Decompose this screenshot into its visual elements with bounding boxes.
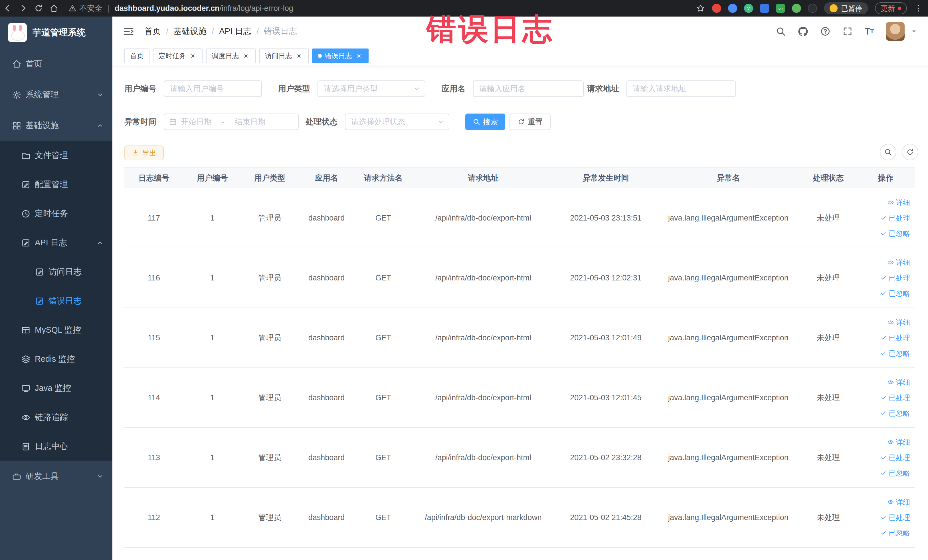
doc-icon: [21, 442, 35, 451]
sidebar-item-redis[interactable]: Redis 监控: [0, 345, 112, 374]
address-bar[interactable]: 不安全 | dashboard.yudao.iocoder.cn/infra/l…: [69, 3, 293, 14]
close-icon[interactable]: ×: [355, 52, 363, 60]
processed-link[interactable]: 已处理: [880, 391, 910, 404]
reload-icon[interactable]: [31, 0, 46, 17]
request-url-input[interactable]: [627, 81, 736, 96]
detail-link[interactable]: 详细: [887, 375, 910, 389]
help-icon[interactable]: [820, 26, 830, 37]
breadcrumb-item[interactable]: API 日志: [219, 26, 251, 37]
tab-首页[interactable]: 首页: [124, 49, 150, 63]
check-icon: [880, 334, 887, 341]
cell-user_id: 1: [183, 248, 241, 308]
bookmark-star-icon[interactable]: [696, 4, 705, 13]
detail-link[interactable]: 详细: [887, 256, 910, 269]
cell-method: GET: [355, 488, 412, 548]
column-header: 应用名: [298, 168, 355, 188]
detail-link[interactable]: 详细: [887, 316, 910, 329]
sidebar-item-job[interactable]: 定时任务: [0, 199, 112, 228]
sidebar-item-mysql[interactable]: MySQL 监控: [0, 316, 112, 345]
close-icon[interactable]: ×: [242, 52, 250, 60]
processed-link[interactable]: 已处理: [880, 211, 910, 225]
processed-link[interactable]: 已处理: [880, 331, 910, 345]
extension-icon[interactable]: on: [776, 4, 785, 13]
extension-icon[interactable]: V: [744, 4, 753, 13]
ignored-link[interactable]: 已忽略: [880, 526, 910, 540]
briefcase-icon: [12, 472, 26, 481]
sidebar-logo[interactable]: 芋道管理系统: [0, 17, 112, 49]
search-button[interactable]: 搜索: [465, 113, 505, 130]
table-row: 1141管理员dashboardGET/api/infra/db-doc/exp…: [124, 368, 914, 428]
check-icon: [880, 215, 887, 221]
ignored-link[interactable]: 已忽略: [880, 466, 910, 480]
tab-访问日志[interactable]: 访问日志×: [259, 49, 309, 63]
sidebar-item-log-center[interactable]: 日志中心: [0, 432, 112, 461]
back-icon[interactable]: [0, 0, 15, 17]
extension-icon[interactable]: [760, 4, 769, 13]
extension-icon[interactable]: [728, 4, 737, 13]
tab-错误日志[interactable]: 错误日志×: [312, 49, 369, 63]
cell-actions: 详细已处理已忽略: [857, 308, 914, 368]
user-type-select[interactable]: 请选择用户类型: [317, 81, 425, 97]
security-label: 不安全: [79, 3, 102, 14]
sidebar-item-error-log[interactable]: 错误日志: [0, 287, 112, 316]
home-icon[interactable]: [46, 0, 62, 17]
extension-icon[interactable]: [792, 4, 801, 13]
export-button[interactable]: 导出: [124, 145, 164, 160]
cell-time: 2021-05-02 21:45:28: [555, 488, 657, 548]
browser-menu-icon[interactable]: [914, 4, 923, 13]
cell-status: 未处理: [800, 248, 857, 308]
sidebar-item-file[interactable]: 文件管理: [0, 141, 112, 170]
ignored-link[interactable]: 已忽略: [880, 406, 910, 420]
cell-method: GET: [355, 428, 412, 488]
extension-icon[interactable]: [712, 4, 721, 13]
gear-icon: [12, 90, 26, 99]
date-range-picker[interactable]: 开始日期 - 结束日期: [164, 113, 299, 130]
chevron-down-icon[interactable]: [910, 27, 918, 35]
processed-link[interactable]: 已处理: [880, 451, 910, 464]
reset-button[interactable]: 重置: [510, 113, 551, 130]
warning-icon: [69, 4, 76, 12]
forward-icon[interactable]: [15, 0, 31, 17]
breadcrumb-item[interactable]: 基础设施: [174, 26, 206, 37]
toggle-search-button[interactable]: [880, 144, 896, 160]
app-name-input[interactable]: [473, 81, 583, 96]
tab-定时任务[interactable]: 定时任务×: [153, 49, 203, 63]
sidebar-item-access-log[interactable]: 访问日志: [0, 257, 112, 287]
sidebar-item-infra[interactable]: 基础设施: [0, 110, 112, 141]
sidebar-item-trace[interactable]: 链路追踪: [0, 403, 112, 432]
sidebar-item-home[interactable]: 首页: [0, 49, 112, 79]
sidebar-item-config[interactable]: 配置管理: [0, 170, 112, 199]
close-icon[interactable]: ×: [295, 52, 303, 60]
extension-icon[interactable]: [808, 4, 817, 13]
paused-pill[interactable]: 已暂停: [824, 2, 868, 14]
ignored-link[interactable]: 已忽略: [880, 226, 910, 240]
fullscreen-icon[interactable]: [843, 26, 853, 37]
detail-link[interactable]: 详细: [887, 495, 910, 509]
ignored-link[interactable]: 已忽略: [880, 346, 910, 360]
avatar[interactable]: [886, 22, 905, 41]
user-id-input[interactable]: [164, 81, 261, 96]
table-header-row: 日志编号用户编号用户类型应用名请求方法名请求地址异常发生时间异常名处理状态操作: [124, 168, 914, 188]
process-status-select[interactable]: 请选择处理状态: [345, 113, 449, 130]
sidebar-item-dev-tools[interactable]: 研发工具: [0, 461, 112, 492]
github-icon[interactable]: [798, 26, 808, 37]
detail-link[interactable]: 详细: [887, 435, 910, 449]
hamburger-icon[interactable]: [123, 25, 135, 37]
search-icon[interactable]: [776, 26, 786, 37]
refresh-button[interactable]: [902, 144, 918, 160]
docpen-icon: [35, 267, 49, 277]
update-button[interactable]: 更新: [875, 2, 907, 14]
eye-icon: [887, 199, 894, 206]
tab-调度日志[interactable]: 调度日志×: [206, 49, 256, 63]
processed-link[interactable]: 已处理: [880, 271, 910, 285]
breadcrumb-item[interactable]: 首页: [144, 26, 161, 37]
detail-link[interactable]: 详细: [887, 196, 910, 209]
processed-link[interactable]: 已处理: [880, 511, 910, 524]
ignored-link[interactable]: 已忽略: [880, 287, 910, 300]
sidebar-item-java[interactable]: Java 监控: [0, 374, 112, 403]
check-icon: [880, 410, 887, 417]
close-icon[interactable]: ×: [189, 52, 197, 60]
sidebar-item-api-log[interactable]: API 日志: [0, 228, 112, 257]
font-size-icon[interactable]: TT: [865, 27, 874, 36]
sidebar-item-system[interactable]: 系统管理: [0, 79, 112, 110]
